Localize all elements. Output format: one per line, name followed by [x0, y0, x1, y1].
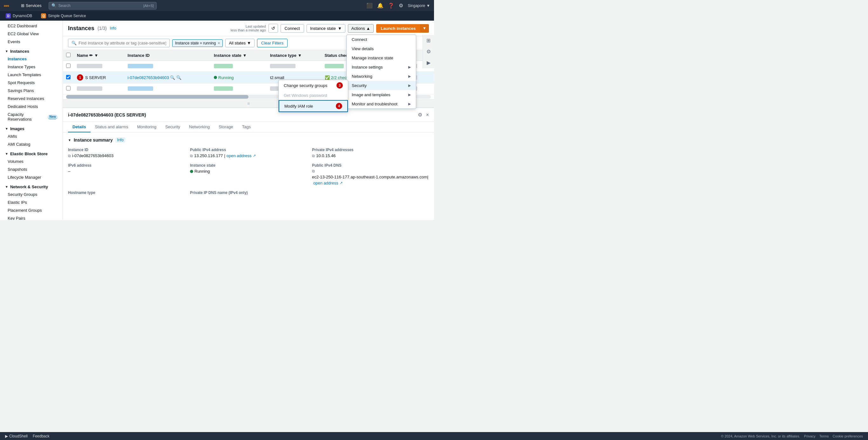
settings-icon[interactable]: ⚙: [399, 3, 403, 8]
tab-monitoring[interactable]: Monitoring: [132, 122, 161, 132]
all-states-button[interactable]: All states ▼: [225, 39, 254, 47]
copy-icon-instance-id[interactable]: ⧉: [68, 154, 71, 158]
open-address-link-ipv4[interactable]: open address: [226, 153, 252, 158]
sqs-service-tag[interactable]: Q Simple Queue Service: [39, 12, 88, 20]
summary-info-link[interactable]: Info: [115, 137, 125, 142]
submenu-item-change-security-groups[interactable]: Change security groups 3: [279, 80, 348, 91]
sidebar-section-network-security[interactable]: ▼ Network & Security: [0, 181, 63, 191]
label-public-ipv4: Public IPv4 address: [190, 147, 307, 152]
sidebar-section-ebs[interactable]: ▼ Elastic Block Store: [0, 148, 63, 158]
th-instance-type[interactable]: Instance type ▼: [267, 50, 321, 61]
dynamodb-service-tag[interactable]: D DynamoDB: [4, 12, 34, 20]
terminal-icon[interactable]: ⬛: [366, 3, 373, 8]
sidebar-item-spot-requests[interactable]: Spot Requests: [0, 79, 63, 87]
region-selector[interactable]: Singapore ▼: [408, 3, 430, 8]
last-updated-line2: less than a minute ago: [231, 28, 266, 32]
side-icon-1[interactable]: ⊞: [426, 37, 431, 43]
tab-tags[interactable]: Tags: [238, 122, 255, 132]
open-address-link-dns[interactable]: open address: [313, 181, 338, 185]
tab-storage[interactable]: Storage: [214, 122, 238, 132]
td-checkbox-1[interactable]: [63, 61, 74, 72]
sidebar-item-capacity-reservations[interactable]: Capacity Reservations New: [0, 110, 63, 123]
row-checkbox-3[interactable]: [66, 86, 70, 91]
dropdown-item-manage-instance-state[interactable]: Manage instance state: [347, 53, 416, 63]
security-submenu[interactable]: Change security groups 3 Get Windows pas…: [278, 80, 348, 112]
sidebar-item-volumes[interactable]: Volumes: [0, 158, 63, 165]
td-checkbox-2[interactable]: [63, 72, 74, 83]
zoom-out-icon[interactable]: 🔍: [176, 75, 181, 80]
filter-tag-close-button[interactable]: ×: [218, 41, 220, 45]
search-input[interactable]: [58, 3, 142, 8]
bottom-panel-close-button[interactable]: ×: [426, 112, 429, 118]
bell-icon[interactable]: 🔔: [377, 3, 383, 8]
sidebar-item-savings-plans[interactable]: Savings Plans: [0, 87, 63, 95]
side-icon-2[interactable]: ⚙: [426, 48, 431, 55]
sidebar-item-ec2-dashboard[interactable]: EC2 Dashboard: [0, 22, 63, 30]
image-templates-label: Image and templates: [352, 92, 390, 97]
instances-info-link[interactable]: Info: [110, 26, 116, 31]
launch-instances-button[interactable]: Launch instances: [376, 24, 420, 33]
td-id-3: [125, 83, 211, 94]
actions-dropdown[interactable]: Connect View details Manage instance sta…: [346, 35, 416, 109]
clear-filters-button[interactable]: Clear Filters: [257, 39, 287, 47]
global-search[interactable]: 🔍 [Alt+S]: [49, 2, 157, 9]
sidebar-item-amis[interactable]: AMIs: [0, 132, 63, 140]
tab-status-alarms[interactable]: Status and alarms: [91, 122, 133, 132]
aws-logo[interactable]: aws: [4, 3, 14, 9]
sidebar-item-events[interactable]: Events: [0, 38, 63, 46]
sidebar-item-instances[interactable]: Instances: [0, 55, 63, 63]
th-select-all[interactable]: [63, 50, 74, 61]
sidebar-item-reserved-instances[interactable]: Reserved Instances: [0, 95, 63, 103]
row-checkbox-2[interactable]: [66, 75, 70, 79]
dropdown-item-instance-settings[interactable]: Instance settings ▶: [347, 63, 416, 72]
sidebar-item-instance-types[interactable]: Instance Types: [0, 63, 63, 71]
check-icon: ✅: [325, 75, 330, 80]
tab-details[interactable]: Details: [68, 122, 91, 132]
dropdown-item-security[interactable]: Security ▶: [347, 81, 416, 90]
select-all-checkbox[interactable]: [66, 53, 70, 57]
sidebar-item-key-pairs[interactable]: Key Pairs: [0, 214, 63, 220]
sidebar-item-ami-catalog[interactable]: AMI Catalog: [0, 140, 63, 148]
sidebar-item-launch-templates[interactable]: Launch Templates: [0, 71, 63, 79]
field-private-ip-dns: Private IP DNS name (IPv4 only): [190, 191, 307, 196]
copy-icon-private-ipv4[interactable]: ⧉: [312, 154, 315, 158]
instance-id-link[interactable]: i-07de0827653b94603: [128, 75, 169, 80]
sidebar-item-placement-groups[interactable]: Placement Groups: [0, 206, 63, 214]
side-icon-3[interactable]: ▶: [427, 60, 431, 66]
zoom-in-icon[interactable]: 🔍: [170, 75, 175, 80]
sidebar-section-instances[interactable]: ▼ Instances: [0, 46, 63, 55]
row-checkbox-1[interactable]: [66, 64, 70, 68]
sidebar-item-elastic-ips[interactable]: Elastic IPs: [0, 198, 63, 206]
dropdown-item-image-templates[interactable]: Image and templates ▶: [347, 90, 416, 99]
th-instance-state[interactable]: Instance state ▼: [211, 50, 267, 61]
launch-instances-dropdown[interactable]: ▼: [420, 24, 429, 33]
sidebar-item-snapshots[interactable]: Snapshots: [0, 165, 63, 173]
tab-networking[interactable]: Networking: [185, 122, 214, 132]
question-icon[interactable]: ❓: [388, 3, 394, 8]
tab-security[interactable]: Security: [161, 122, 185, 132]
dropdown-item-view-details[interactable]: View details: [347, 44, 416, 53]
sidebar-section-images[interactable]: ▼ Images: [0, 123, 63, 132]
filter-input[interactable]: [79, 41, 166, 45]
submenu-item-modify-iam-role[interactable]: Modify IAM role 4: [279, 100, 348, 112]
copy-icon-public-ipv4[interactable]: ⧉: [190, 154, 193, 158]
bottom-panel-gear-button[interactable]: ⚙: [416, 111, 424, 119]
th-instance-id[interactable]: Instance ID: [125, 50, 211, 61]
sidebar-item-lifecycle-manager[interactable]: Lifecycle Manager: [0, 173, 63, 181]
collapse-arrow-summary[interactable]: ▼: [68, 138, 71, 142]
sidebar-item-ec2-global-view[interactable]: EC2 Global View: [0, 30, 63, 38]
sidebar-item-dedicated-hosts[interactable]: Dedicated Hosts: [0, 103, 63, 110]
search-filter[interactable]: 🔍: [68, 39, 170, 47]
connect-button[interactable]: Connect: [281, 24, 304, 33]
instance-state-button[interactable]: Instance state ▼: [307, 24, 345, 33]
th-name[interactable]: Name ✏ ▼: [74, 50, 125, 61]
dropdown-item-connect[interactable]: Connect: [347, 35, 416, 44]
dropdown-item-networking[interactable]: Networking ▶: [347, 72, 416, 81]
td-checkbox-3[interactable]: [63, 83, 74, 94]
actions-button[interactable]: Actions ▲: [348, 24, 374, 33]
refresh-button[interactable]: ↺: [269, 24, 278, 33]
sidebar-item-security-groups[interactable]: Security Groups: [0, 191, 63, 198]
copy-icon-public-dns[interactable]: ⧉: [312, 169, 315, 173]
services-menu-button[interactable]: ⊞ Services: [19, 2, 43, 9]
dropdown-item-monitor-troubleshoot[interactable]: Monitor and troubleshoot ▶: [347, 99, 416, 109]
